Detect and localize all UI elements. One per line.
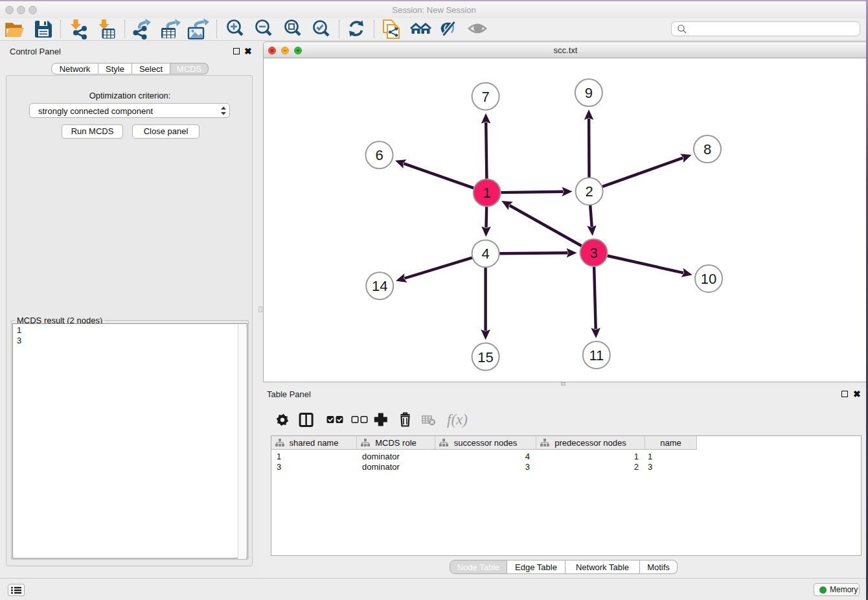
- svg-text:8: 8: [703, 141, 711, 157]
- svg-text:6: 6: [375, 147, 383, 163]
- svg-text:7: 7: [481, 89, 489, 105]
- svg-text:2: 2: [585, 183, 593, 200]
- svg-text:4: 4: [481, 246, 489, 262]
- svg-text:15: 15: [477, 349, 493, 365]
- svg-text:f(x): f(x): [447, 411, 468, 428]
- svg-text:10: 10: [701, 271, 716, 287]
- svg-text:3: 3: [589, 245, 597, 261]
- svg-text:11: 11: [589, 347, 604, 363]
- svg-text:1: 1: [483, 185, 491, 201]
- svg-text:9: 9: [585, 85, 593, 101]
- svg-text:14: 14: [372, 278, 387, 294]
